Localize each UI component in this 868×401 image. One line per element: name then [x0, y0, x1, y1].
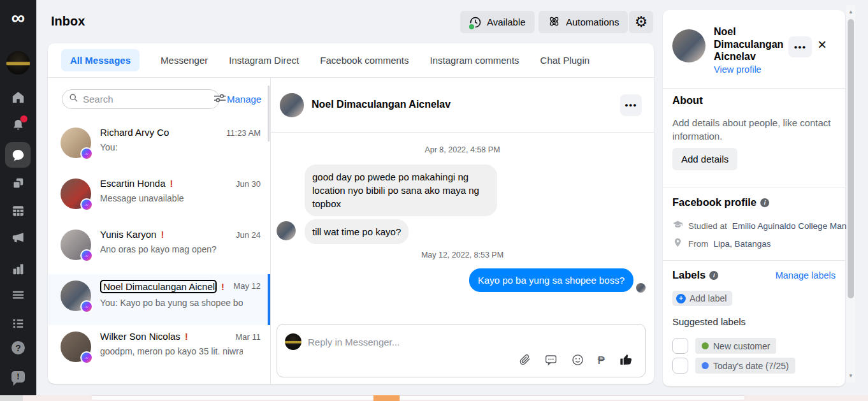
conversation-row[interactable]: Escartin Honda! Jun 30 Message unavailab…: [48, 172, 271, 223]
label-checkbox[interactable]: [672, 358, 688, 374]
horizontal-scrollbar-thumb[interactable]: [90, 395, 746, 400]
page-avatar[interactable]: [6, 51, 30, 75]
search-input[interactable]: [83, 94, 210, 105]
help-icon[interactable]: ?: [10, 340, 26, 356]
page-avatar: [285, 333, 301, 350]
tab-instagram-direct[interactable]: Instagram Direct: [229, 55, 299, 66]
add-details-button[interactable]: Add details: [672, 148, 737, 170]
about-section-title: About: [672, 94, 703, 106]
info-icon[interactable]: i: [760, 198, 769, 207]
filter-sliders-icon[interactable]: [214, 94, 226, 105]
attachment-paperclip-icon[interactable]: [518, 353, 531, 368]
payment-peso-icon[interactable]: ₱: [598, 354, 605, 367]
notifications-bell-icon[interactable]: [10, 117, 26, 133]
question-mark-glyph: ?: [11, 341, 25, 354]
labels-section-title: Labels i: [672, 269, 718, 281]
location-pin-icon: [672, 237, 683, 250]
conversation-row[interactable]: Yunis Karyon! Jun 24 Ano oras po kayo ma…: [48, 223, 271, 274]
panel-contact-avatar: [672, 29, 705, 62]
label-checkbox[interactable]: [672, 338, 688, 354]
panel-contact-name: Noel Dimaculangan Aicnelav: [714, 26, 797, 63]
tasks-list-icon[interactable]: [10, 315, 26, 331]
panel-more-button[interactable]: ●●●: [788, 36, 812, 57]
emoji-smiley-icon[interactable]: [571, 353, 584, 369]
conversation-row[interactable]: Wilker Son Nicolas! Mar 11 goodpm, meron…: [48, 325, 271, 376]
scrollbar-corner: [0, 395, 23, 401]
automations-icon: [547, 15, 561, 30]
automations-button[interactable]: Automations: [539, 11, 628, 33]
thumbs-up-like-icon[interactable]: [618, 352, 633, 370]
add-label-button[interactable]: + Add label: [672, 291, 732, 306]
conversation-time: Jun 30: [236, 179, 261, 189]
info-icon[interactable]: i: [709, 271, 718, 280]
seen-indicator-avatar: [636, 283, 646, 293]
search-box[interactable]: [62, 89, 220, 109]
sidebar-item-inbox-selected[interactable]: [5, 142, 31, 168]
view-profile-link[interactable]: View profile: [714, 64, 762, 75]
chat-pane: Noel Dimaculangan Aicnelav ●●● Apr 8, 20…: [271, 78, 654, 384]
label-chip[interactable]: New customer: [695, 338, 776, 354]
date-separator: May 12, 2022, 8:53 PM: [271, 251, 654, 259]
scroll-up-icon[interactable]: ▲: [846, 9, 855, 15]
tab-facebook-comments[interactable]: Facebook comments: [320, 55, 409, 66]
settings-button[interactable]: ⚙: [629, 11, 653, 33]
scroll-down-icon[interactable]: ▼: [846, 373, 855, 379]
message-sender-avatar: [277, 221, 296, 240]
chat-contact-name: Noel Dimaculangan Aicnelav: [312, 99, 451, 110]
divider: [663, 260, 845, 261]
contact-name: Yunis Karyon: [100, 229, 156, 240]
plus-circle-icon: +: [676, 294, 686, 303]
conversation-row-selected[interactable]: Noel Dimaculangan Aicnelav! May 12 You: …: [48, 274, 271, 325]
conversation-time: Mar 11: [236, 332, 261, 342]
composer-toolbar: ₱: [518, 352, 633, 370]
feedback-icon[interactable]: !: [10, 368, 26, 384]
avatar: [61, 230, 91, 260]
conversation-row[interactable]: !: [48, 376, 271, 384]
gear-icon: ⚙: [635, 15, 648, 29]
all-tools-menu-icon[interactable]: [10, 287, 26, 303]
messenger-badge-icon: [80, 300, 93, 313]
tab-messenger[interactable]: Messenger: [161, 55, 208, 66]
reply-input[interactable]: [308, 333, 563, 350]
contact-details-panel: Noel Dimaculangan Aicnelav View profile …: [663, 10, 845, 386]
tab-instagram-comments[interactable]: Instagram comments: [430, 55, 519, 66]
saved-replies-icon[interactable]: [544, 353, 558, 369]
conversation-snippet: You: Kayo po ba yung sa shopee boss?: [100, 298, 243, 308]
label-name: Today's date (7/25): [713, 361, 789, 371]
close-icon[interactable]: ×: [818, 37, 827, 52]
avatar: [61, 179, 91, 209]
from-row: From Lipa, Batangas: [672, 237, 771, 250]
tab-chat-plugin[interactable]: Chat Plugin: [540, 55, 590, 66]
chat-more-button[interactable]: ●●●: [620, 94, 642, 116]
tab-all-messages[interactable]: All Messages: [61, 49, 140, 71]
insights-chart-icon[interactable]: [10, 261, 26, 277]
clock-icon: [469, 16, 482, 29]
messenger-badge-icon: [80, 351, 93, 364]
chat-bubble-icon: [11, 148, 25, 163]
manage-labels-link[interactable]: Manage labels: [776, 270, 835, 281]
reply-composer[interactable]: ₱: [277, 324, 646, 377]
notification-badge: [20, 115, 27, 122]
list-scrollbar-thumb[interactable]: [268, 85, 270, 142]
chat-header: Noel Dimaculangan Aicnelav ●●●: [271, 78, 654, 133]
manage-link[interactable]: Manage: [227, 94, 261, 105]
channel-tabs: All Messages Messenger Instagram Direct …: [48, 43, 654, 78]
avatar: [61, 128, 91, 158]
ads-megaphone-icon[interactable]: [10, 230, 26, 245]
availability-button[interactable]: Available: [460, 11, 535, 33]
facebook-profile-title-text: Facebook profile: [672, 196, 756, 208]
contact-name-focused: Noel Dimaculangan Aicnelav: [100, 280, 217, 293]
posts-icon[interactable]: [10, 175, 26, 191]
label-chip[interactable]: Today's date (7/25): [695, 358, 795, 374]
conversation-snippet: Message unavailable: [100, 193, 243, 203]
contact-name: Wilker Son Nicolas: [100, 331, 180, 342]
meta-logo-icon: ∞: [0, 5, 36, 31]
flag-icon: !: [175, 382, 178, 384]
label-color-dot: [702, 342, 709, 349]
home-icon[interactable]: [10, 89, 26, 105]
conversation-row[interactable]: Richard Arvy Co 11:23 AM You:: [48, 121, 271, 172]
chat-contact-avatar: [280, 93, 304, 117]
planner-calendar-icon[interactable]: [10, 203, 26, 219]
scrollbar-thumb[interactable]: [848, 19, 854, 298]
panel-scrollbar[interactable]: ▲ ▼: [846, 5, 855, 383]
